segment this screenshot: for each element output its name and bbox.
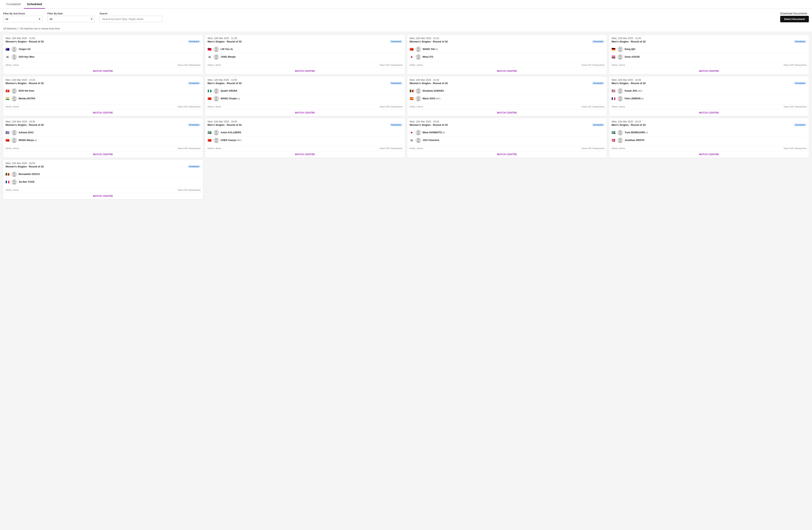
player-row: 🇯🇵 Mima ITO bbox=[410, 53, 605, 61]
player-flag: 🇷🇴 bbox=[5, 173, 10, 176]
card-title-row: Women's Singles - Round of 32 Scheduled bbox=[5, 82, 201, 85]
svg-point-27 bbox=[417, 99, 420, 101]
card-title: Women's Singles - Round of 32 bbox=[410, 82, 448, 85]
venue-left: Infinity ∞ Arena bbox=[410, 147, 423, 149]
svg-point-13 bbox=[619, 50, 622, 52]
player-flag: 🇨🇺 bbox=[5, 131, 10, 134]
date-filter-label: Filter By Date bbox=[47, 12, 95, 15]
tab-completed[interactable]: Completed bbox=[3, 0, 24, 9]
card-header: Wed, 12th Mar 2025 - 19:40 Women's Singl… bbox=[407, 118, 607, 128]
match-centre-button[interactable]: MATCH CENTRE bbox=[609, 151, 809, 158]
match-centre-button[interactable]: MATCH CENTRE bbox=[3, 151, 203, 158]
player-row: 🇩🇪 Dang QIU bbox=[611, 45, 807, 53]
tab-scheduled[interactable]: Scheduled bbox=[24, 0, 45, 9]
player-row: 🇷🇴 Bernadette SZOCS bbox=[5, 171, 201, 178]
card-venues: Infinity ∞ Arena Huaxi LIVE Yudong Arena bbox=[609, 63, 809, 68]
search-label: Search bbox=[100, 12, 163, 15]
card-title-row: Women's Singles - Round of 32 Scheduled bbox=[410, 40, 605, 43]
tabs-bar: Completed Scheduled bbox=[0, 0, 812, 9]
svg-point-50 bbox=[13, 180, 15, 182]
card-date: Wed, 12th Mar 2025 - 20:15 bbox=[611, 120, 807, 123]
svg-point-24 bbox=[417, 89, 420, 91]
player-name: WANG Manyu(2) bbox=[18, 139, 201, 142]
player-name: Maria XIAO(WC) bbox=[423, 97, 605, 100]
player-name: JOO Cheonhui bbox=[423, 139, 605, 142]
player-name: JANG Woojin bbox=[221, 56, 403, 58]
match-centre-button[interactable]: MATCH CENTRE bbox=[3, 109, 203, 116]
match-centre-button[interactable]: MATCH CENTRE bbox=[407, 151, 607, 158]
card-players: 🇩🇪 Dang QIU 🇪🇬 Omar ASSAR bbox=[609, 44, 809, 62]
date-filter: Filter By Date All bbox=[47, 12, 95, 22]
venue-right: Huaxi LIVE Yudong Arena bbox=[582, 147, 605, 149]
card-title: Women's Singles - Round of 32 bbox=[410, 40, 448, 43]
player-row: 🇺🇸 Kanak JHA(WC) bbox=[611, 87, 807, 95]
match-card: Wed, 12th Mar 2025 - 19:05 Men's Singles… bbox=[205, 118, 405, 158]
player-flag: 🇫🇷 bbox=[611, 97, 616, 100]
search-input[interactable] bbox=[100, 16, 163, 22]
match-centre-button[interactable]: MATCH CENTRE bbox=[407, 109, 607, 116]
card-header: Wed, 12th Mar 2025 - 12:10 Women's Singl… bbox=[407, 35, 607, 44]
card-title: Women's Singles - Round of 32 bbox=[5, 82, 44, 85]
player-avatar bbox=[618, 54, 623, 60]
match-centre-button[interactable]: MATCH CENTRE bbox=[407, 68, 607, 74]
svg-point-31 bbox=[619, 99, 622, 101]
svg-point-44 bbox=[619, 131, 621, 133]
svg-point-11 bbox=[417, 58, 420, 60]
player-flag: 🇩🇪 bbox=[611, 48, 616, 51]
card-date: Wed, 12th Mar 2025 - 19:40 bbox=[410, 120, 605, 123]
svg-point-7 bbox=[215, 58, 218, 60]
player-row: 🇹🇼 LIN Yun-Ju bbox=[207, 45, 403, 53]
player-flag: 🇨🇳 bbox=[207, 139, 212, 142]
player-row: 🇦🇺 Yangzi LIU bbox=[5, 45, 201, 53]
status-badge: Scheduled bbox=[592, 123, 605, 127]
player-avatar bbox=[12, 88, 17, 93]
status-badge: Scheduled bbox=[188, 82, 201, 85]
match-centre-button[interactable]: MATCH CENTRE bbox=[3, 193, 203, 199]
player-name: WANG Yidi(3) bbox=[423, 48, 605, 50]
player-flag: 🇸🇪 bbox=[207, 131, 212, 134]
player-name: Truls MOREGARD(7) bbox=[625, 131, 807, 134]
match-centre-button[interactable]: MATCH CENTRE bbox=[205, 109, 405, 116]
match-centre-button[interactable]: MATCH CENTRE bbox=[205, 151, 405, 158]
match-centre-button[interactable]: MATCH CENTRE bbox=[609, 109, 809, 116]
player-avatar bbox=[12, 130, 17, 135]
venue-right: Huaxi LIVE Yudong Arena bbox=[177, 189, 200, 191]
svg-point-42 bbox=[417, 138, 420, 141]
svg-point-0 bbox=[13, 47, 15, 49]
player-avatar bbox=[12, 96, 17, 101]
player-name: DOO Hoi Kem bbox=[18, 89, 201, 92]
player-name: Felix LEBRUN(8) bbox=[625, 97, 807, 100]
card-players: 🇷🇴 Elizabeta SAMARA 🇪🇸 Maria XIAO(WC) bbox=[407, 86, 607, 103]
status-badge: Scheduled bbox=[390, 40, 403, 43]
match-centre-button[interactable]: MATCH CENTRE bbox=[609, 68, 809, 74]
player-row: 🇰🇷 SUH Hyo Won bbox=[5, 53, 201, 61]
sub-event-select[interactable]: All bbox=[3, 16, 43, 22]
status-badge: Scheduled bbox=[390, 123, 403, 127]
svg-point-39 bbox=[215, 141, 218, 143]
status-badge: Scheduled bbox=[188, 165, 201, 168]
player-name: Mima ITO bbox=[423, 56, 605, 58]
svg-point-1 bbox=[12, 50, 16, 52]
card-venues: Infinity ∞ Arena Huaxi LIVE Yudong Arena bbox=[3, 188, 203, 193]
card-players: 🇦🇺 Yangzi LIU 🇰🇷 SUH Hyo Won bbox=[3, 44, 203, 62]
card-title-row: Men's Singles - Round of 32 Scheduled bbox=[207, 40, 403, 43]
player-flag: 🇫🇷 bbox=[5, 180, 10, 183]
card-venues: Infinity ∞ Arena Huaxi LIVE Yudong Arena bbox=[3, 63, 203, 68]
svg-point-29 bbox=[619, 92, 622, 93]
card-date: Wed, 12th Mar 2025 - 13:55 bbox=[207, 78, 403, 82]
date-select[interactable]: All bbox=[47, 16, 95, 22]
card-players: 🇯🇵 Miwa HARIMOTO(8) 🇰🇷 JOO Cheonhui bbox=[407, 128, 607, 145]
svg-point-34 bbox=[13, 138, 15, 141]
card-header: Wed, 12th Mar 2025 - 11:00 Women's Singl… bbox=[3, 35, 203, 44]
svg-point-41 bbox=[417, 133, 420, 135]
svg-point-10 bbox=[417, 55, 420, 57]
match-centre-button[interactable]: MATCH CENTRE bbox=[3, 68, 203, 74]
select-document-button[interactable]: Select Document bbox=[780, 16, 809, 22]
player-avatar bbox=[618, 46, 623, 52]
player-row: 🇯🇵 Miwa HARIMOTO(8) bbox=[410, 129, 605, 136]
player-row: 🇨🇳 WANG Manyu(2) bbox=[5, 136, 201, 144]
card-title-row: Men's Singles - Round of 32 Scheduled bbox=[207, 123, 403, 127]
match-centre-button[interactable]: MATCH CENTRE bbox=[205, 68, 405, 74]
svg-point-35 bbox=[12, 141, 16, 143]
player-avatar bbox=[416, 96, 421, 101]
